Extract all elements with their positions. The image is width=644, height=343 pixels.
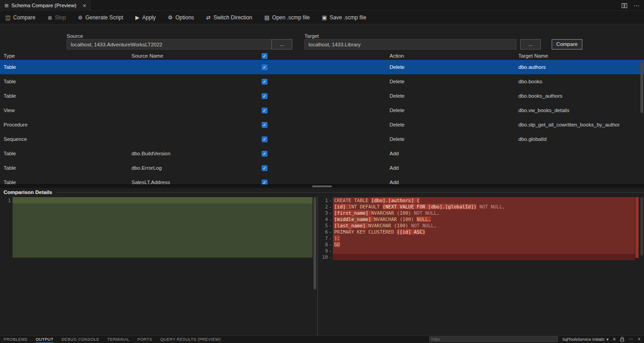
include-checkbox[interactable]: ✓: [262, 165, 268, 171]
include-checkbox[interactable]: ✓: [262, 180, 268, 185]
overview-ruler-delete-mark: [635, 197, 639, 258]
table-row[interactable]: TableSalesLT.Address✓Add: [0, 175, 644, 185]
line-number: 8: [318, 241, 328, 248]
diff-line: 1-CREATE TABLE [dbo].[authors] (: [318, 197, 644, 203]
table-row[interactable]: Tabledbo.BuildVersion✓Add: [0, 146, 644, 161]
table-row[interactable]: Table✓Deletedbo.books: [0, 74, 644, 89]
source-browse-button[interactable]: ...: [272, 39, 292, 50]
line-number: 1: [0, 197, 11, 203]
table-row[interactable]: View✓Deletedbo.vw_books_details: [0, 103, 644, 117]
table-row[interactable]: Table✓Deletedbo.authors: [0, 60, 644, 74]
panel-tab-problems[interactable]: PROBLEMS: [4, 337, 27, 342]
details-title: Comparison Details: [0, 190, 57, 195]
select-all-checkbox[interactable]: ✓: [262, 53, 268, 59]
diff-delete-marker: -: [328, 203, 333, 210]
results-header: Type Source Name ✓ Action Target Name: [0, 52, 644, 60]
table-row[interactable]: Sequence✓Deletedbo.globalId: [0, 132, 644, 146]
split-sash[interactable]: [0, 185, 644, 188]
source-input[interactable]: [67, 39, 272, 50]
include-checkbox[interactable]: ✓: [262, 108, 268, 113]
diff-line: 4-[middle_name] NVARCHAR (100) NULL,: [318, 216, 644, 222]
row-type: View: [0, 108, 128, 113]
apply-icon: ▶: [135, 14, 139, 21]
endpoints-section: Source ... Target ... Compare: [0, 24, 644, 52]
column-action: Action: [386, 53, 515, 59]
switch-direction-button[interactable]: ⇄Switch Direction: [206, 14, 252, 21]
diff-right-scrollbar[interactable]: [640, 197, 643, 256]
close-panel-icon[interactable]: ×: [638, 337, 640, 342]
include-checkbox[interactable]: ✓: [262, 136, 268, 142]
panel-actions: SqlToolsService Initializ ▾ ≡ ⋯ ×: [429, 336, 640, 342]
diff-source-pane[interactable]: 1: [0, 196, 313, 335]
compare-button[interactable]: ◫Compare: [5, 14, 36, 21]
sash-handle[interactable]: [312, 185, 332, 187]
schema-compare-toolbar: ◫Compare◼Stop⊚Generate Script▶Apply⚙Opti…: [0, 11, 644, 24]
options-icon: ⚙: [168, 14, 173, 21]
chevron-down-icon: ▾: [607, 337, 609, 342]
open-scmp-button[interactable]: ▤Open .scmp file: [264, 14, 310, 21]
output-channel-dropdown[interactable]: SqlToolsService Initializ ▾: [562, 337, 609, 342]
row-checkbox-cell: ✓: [262, 136, 386, 142]
table-row[interactable]: Tabledbo.ErrorLog✓Add: [0, 161, 644, 175]
line-number: 9: [318, 248, 328, 254]
close-tab-icon[interactable]: ×: [83, 2, 86, 9]
tab-schema-compare[interactable]: ⊞ Schema Compare (Preview) ×: [0, 0, 91, 11]
details-divider: [57, 192, 644, 193]
include-checkbox[interactable]: ✓: [262, 93, 268, 99]
editor-actions: ⋯: [621, 0, 644, 11]
include-checkbox[interactable]: ✓: [262, 151, 268, 157]
split-editor-icon[interactable]: [621, 3, 627, 9]
word-wrap-icon[interactable]: ≡: [613, 337, 616, 342]
row-checkbox-cell: ✓: [262, 122, 386, 128]
save-file-icon: ▣: [322, 14, 327, 21]
include-checkbox[interactable]: ✓: [262, 122, 268, 128]
column-source-name: Source Name: [128, 53, 262, 59]
row-target-name: dbo.books_authors: [515, 93, 644, 99]
compare-action-button[interactable]: Compare: [552, 39, 582, 50]
lock-icon[interactable]: [620, 337, 624, 342]
panel-tab-debug-console[interactable]: DEBUG CONSOLE: [62, 337, 100, 342]
panel-tab-output[interactable]: OUTPUT: [36, 337, 53, 342]
diff-delete-marker: -: [328, 254, 333, 260]
include-checkbox[interactable]: ✓: [262, 64, 268, 70]
toolbar-button-label: Options: [176, 14, 194, 21]
diff-target-pane[interactable]: 1-CREATE TABLE [dbo].[authors] (2-[id] I…: [318, 196, 644, 335]
target-browse-button[interactable]: ...: [520, 39, 541, 50]
switch-direction-icon: ⇄: [206, 14, 211, 21]
toolbar-button-label: Stop: [55, 14, 66, 21]
include-checkbox[interactable]: ✓: [262, 79, 268, 85]
more-actions-icon[interactable]: ⋯: [634, 2, 639, 9]
diff-left-content: [13, 197, 313, 335]
row-target-name: dbo.globalId: [515, 136, 644, 142]
diff-line: 6-PRIMARY KEY CLUSTERED ([id] ASC): [318, 229, 644, 235]
row-checkbox-cell: ✓: [262, 79, 386, 85]
details-header: Comparison Details: [0, 188, 644, 196]
row-type: Table: [0, 64, 128, 70]
row-checkbox-cell: ✓: [262, 93, 386, 99]
apply-button[interactable]: ▶Apply: [135, 14, 155, 21]
open-file-icon: ▤: [264, 14, 269, 21]
stop-icon: ◼: [48, 14, 52, 21]
options-button[interactable]: ⚙Options: [168, 14, 194, 21]
table-row[interactable]: Table✓Deletedbo.books_authors: [0, 89, 644, 103]
panel-tab-ports[interactable]: PORTS: [137, 337, 152, 342]
diff-delete-marker: -: [328, 229, 333, 235]
table-row[interactable]: Procedure✓Deletedbo.stp_get_all_cowritte…: [0, 117, 644, 132]
toolbar-button-label: Apply: [142, 14, 156, 21]
save-scmp-button[interactable]: ▣Save .scmp file: [322, 14, 367, 21]
generate-script-button[interactable]: ⊚Generate Script: [78, 14, 123, 21]
diff-line-content: [333, 254, 635, 260]
output-filter-input[interactable]: [429, 336, 558, 342]
tab-title: Schema Compare (Preview): [11, 3, 76, 8]
panel-tab-query-results-preview[interactable]: QUERY RESULTS (PREVIEW): [160, 337, 221, 342]
diff-line-content: PRIMARY KEY CLUSTERED ([id] ASC): [333, 229, 635, 235]
line-number: 2: [318, 203, 328, 210]
panel-tab-terminal[interactable]: TERMINAL: [107, 337, 129, 342]
diff-line: 8-GO: [318, 241, 644, 248]
target-input[interactable]: [304, 39, 517, 50]
scrollbar-thumb[interactable]: [313, 197, 316, 289]
results-scrollbar[interactable]: [640, 61, 643, 113]
diff-left-scrollbar[interactable]: [313, 196, 317, 335]
row-target-name: dbo.vw_books_details: [515, 108, 644, 113]
more-icon[interactable]: ⋯: [629, 337, 633, 342]
